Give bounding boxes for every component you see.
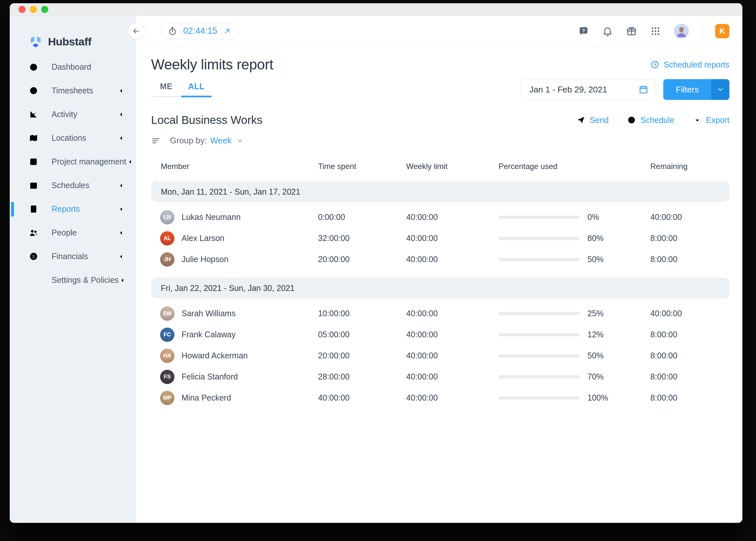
- member-name[interactable]: Alex Larson: [181, 234, 224, 243]
- chevron-left-icon: [118, 87, 125, 95]
- filters-button-main[interactable]: Filters: [663, 79, 711, 100]
- column-remaining: Remaining: [650, 162, 729, 171]
- remaining-value: 8:00:00: [650, 234, 729, 243]
- time-spent-value: 20:00:00: [318, 351, 406, 360]
- sidebar-item-timesheets[interactable]: Timesheets: [10, 79, 136, 103]
- gift-icon[interactable]: [626, 26, 637, 37]
- remaining-value: 8:00:00: [650, 330, 729, 339]
- limits-table: Member Time spent Weekly limit Percentag…: [151, 159, 729, 408]
- time-spent-value: 28:00:00: [318, 372, 406, 381]
- member-name[interactable]: Sarah Williams: [181, 309, 236, 318]
- group-by-value[interactable]: Week: [210, 136, 231, 146]
- member-name[interactable]: Frank Calaway: [181, 330, 236, 339]
- remaining-value: 8:00:00: [650, 351, 729, 360]
- time-spent-value: 10:00:00: [318, 309, 406, 318]
- sidebar-item-schedules[interactable]: Schedules: [10, 174, 136, 197]
- send-icon: [576, 115, 586, 125]
- sidebar-item-label: Locations: [52, 133, 118, 143]
- app-window: Hubstaff DashboardTimesheetsActivityLoca…: [10, 3, 742, 523]
- member-avatar: FC: [160, 327, 174, 342]
- remaining-value: 8:00:00: [650, 372, 729, 381]
- minimize-window-button[interactable]: [30, 6, 37, 13]
- table-header-row: Member Time spent Weekly limit Percentag…: [151, 159, 729, 174]
- notifications-icon[interactable]: [602, 26, 613, 37]
- hubstaff-logo[interactable]: Hubstaff: [10, 16, 136, 49]
- percentage-used-value: 70%: [588, 372, 604, 381]
- member-avatar: SW: [160, 306, 174, 321]
- close-window-button[interactable]: [19, 6, 26, 13]
- member-name[interactable]: Mina Peckerd: [181, 393, 231, 402]
- apps-grid-icon[interactable]: [650, 26, 661, 37]
- export-button[interactable]: Export: [692, 115, 729, 125]
- sidebar-item-project-management[interactable]: Project management: [10, 150, 136, 174]
- organization-badge[interactable]: K: [715, 24, 729, 38]
- sidebar-item-locations[interactable]: Locations: [10, 126, 136, 150]
- people-icon: [29, 228, 39, 238]
- sidebar-collapse-button[interactable]: [128, 23, 144, 40]
- sidebar-item-activity[interactable]: Activity: [10, 103, 136, 126]
- clock-icon: [627, 115, 636, 125]
- table-row: SWSarah Williams10:00:0040:00:0025%40:00…: [151, 303, 729, 324]
- user-avatar[interactable]: [674, 24, 689, 39]
- percentage-used-value: 0%: [588, 213, 599, 222]
- organization-name: Local Business Works: [151, 114, 263, 127]
- filters-dropdown-toggle[interactable]: [711, 79, 729, 100]
- table-row: MPMina Peckerd40:00:0040:00:00100%8:00:0…: [151, 387, 729, 408]
- sidebar-item-label: Project management: [52, 157, 126, 166]
- member-name[interactable]: Howard Ackerman: [181, 351, 248, 360]
- weekly-limit-value: 40:00:00: [406, 234, 499, 243]
- sidebar-item-dashboard[interactable]: Dashboard: [10, 55, 136, 79]
- checkbox-icon: [29, 157, 39, 167]
- column-weekly-limit: Weekly limit: [406, 162, 499, 171]
- open-timer-icon: [223, 27, 231, 35]
- progress-bar: [499, 216, 580, 219]
- week-group-header: Fri, Jan 22, 2021 - Sun, Jan 30, 2021: [151, 277, 729, 298]
- help-icon[interactable]: ?: [578, 26, 589, 37]
- sidebar-item-financials[interactable]: $Financials: [10, 245, 136, 268]
- schedule-button[interactable]: Schedule: [627, 115, 674, 125]
- weekly-limit-value: 40:00:00: [406, 213, 499, 222]
- page-title: Weekly limits report: [151, 56, 273, 73]
- scheduled-reports-link[interactable]: Scheduled reports: [650, 60, 729, 69]
- sidebar-item-label: Timesheets: [52, 86, 118, 95]
- group-by-label: Group by:: [170, 136, 207, 146]
- maximize-window-button[interactable]: [41, 6, 48, 13]
- chevron-left-icon: [126, 158, 134, 166]
- dashboard-icon: [29, 62, 39, 72]
- chevron-down-icon: [716, 85, 725, 94]
- percentage-used-value: 50%: [588, 255, 604, 264]
- weekly-limit-value: 40:00:00: [406, 372, 499, 381]
- remaining-value: 40:00:00: [650, 213, 729, 222]
- dollar-icon: $: [29, 252, 39, 262]
- group-by-control: Group by: Week: [151, 136, 729, 146]
- svg-text:?: ?: [582, 28, 585, 33]
- chevron-left-icon: [118, 111, 125, 118]
- percentage-used-value: 100%: [588, 393, 608, 402]
- chevron-left-icon: [119, 276, 126, 284]
- chevron-down-icon[interactable]: [236, 137, 244, 145]
- chevron-left-icon: [118, 205, 125, 213]
- active-indicator: [11, 202, 14, 217]
- svg-text:$: $: [32, 254, 35, 259]
- sort-lines-icon[interactable]: [151, 136, 161, 146]
- member-name[interactable]: Lukas Neumann: [181, 213, 241, 222]
- sidebar-item-settings-policies[interactable]: Settings & Policies: [10, 268, 136, 292]
- tab-all[interactable]: ALL: [181, 82, 211, 97]
- member-name[interactable]: Felicia Stanford: [181, 372, 238, 381]
- sidebar-item-reports[interactable]: Reports: [10, 197, 136, 221]
- date-range-picker[interactable]: Jan 1 - Feb 29, 2021: [521, 79, 655, 100]
- remaining-value: 8:00:00: [650, 255, 729, 264]
- table-row: LNLukas Neumann0:00:0040:00:000%40:00:00: [151, 207, 729, 228]
- progress-bar: [499, 333, 580, 336]
- remaining-value: 8:00:00: [650, 393, 729, 402]
- sidebar-item-people[interactable]: People: [10, 221, 136, 245]
- timer-widget[interactable]: 02:44:15: [160, 23, 239, 39]
- progress-bar: [499, 312, 580, 315]
- report-actions: SendScheduleExport: [576, 115, 729, 125]
- send-button[interactable]: Send: [576, 115, 609, 125]
- sidebar-item-label: Reports: [52, 204, 118, 214]
- tab-me[interactable]: ME: [151, 82, 181, 97]
- calendar-icon: [638, 84, 649, 95]
- member-avatar: LN: [160, 210, 174, 225]
- member-name[interactable]: Julie Hopson: [181, 255, 229, 264]
